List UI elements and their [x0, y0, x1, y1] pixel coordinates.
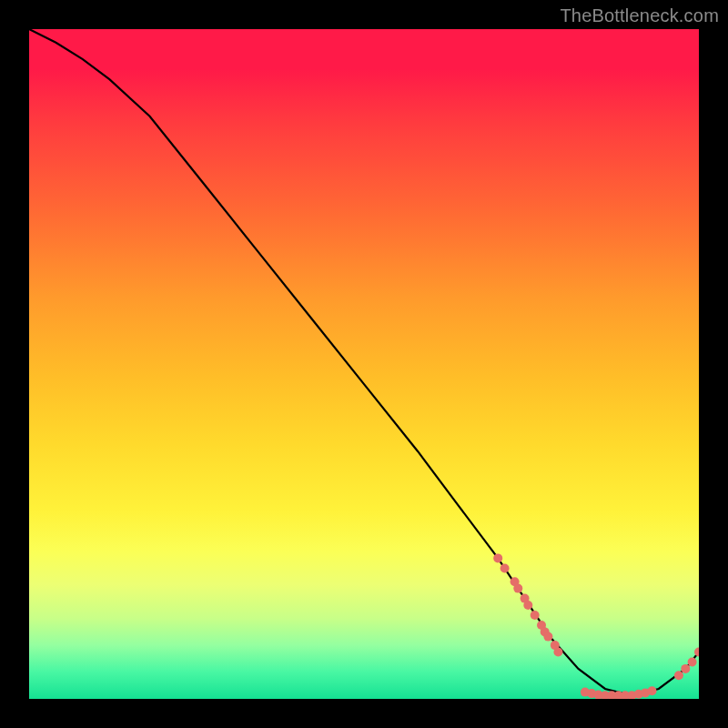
- chart-curve-group: [29, 29, 699, 695]
- chart-svg: [29, 29, 699, 699]
- chart-stage: TheBottleneck.com: [0, 0, 728, 728]
- chart-marker: [681, 664, 690, 673]
- bottleneck-curve: [29, 29, 699, 695]
- chart-marker: [531, 611, 540, 620]
- chart-plot-area: [29, 29, 699, 699]
- chart-marker: [553, 648, 562, 657]
- chart-marker: [674, 671, 683, 680]
- chart-marker: [694, 648, 699, 657]
- watermark-text: TheBottleneck.com: [560, 5, 719, 26]
- chart-marker: [513, 584, 522, 593]
- chart-marker: [648, 686, 657, 695]
- chart-marker: [543, 632, 552, 642]
- chart-marker: [500, 564, 510, 573]
- chart-marker: [493, 553, 502, 562]
- chart-marker: [523, 601, 532, 610]
- chart-markers: [493, 553, 699, 699]
- chart-marker: [688, 658, 697, 667]
